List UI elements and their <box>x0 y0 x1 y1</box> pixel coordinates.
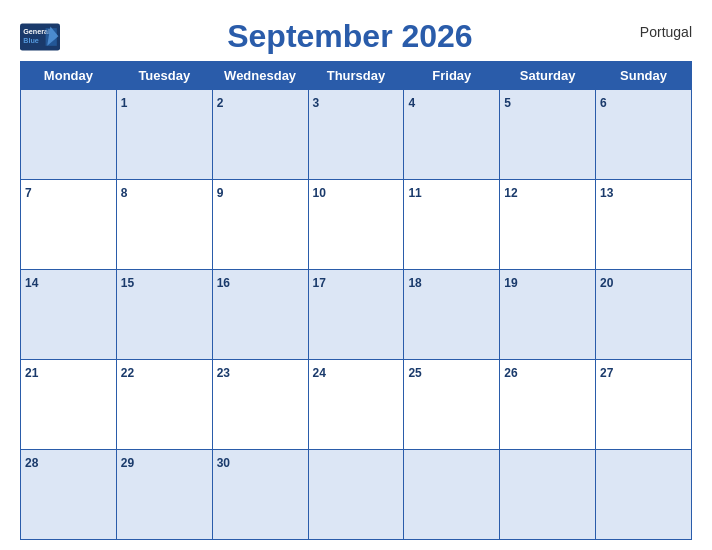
calendar-week-row: 21222324252627 <box>21 360 692 450</box>
calendar-cell <box>308 450 404 540</box>
day-number: 25 <box>408 366 421 380</box>
weekday-header-row: MondayTuesdayWednesdayThursdayFridaySatu… <box>21 62 692 90</box>
month-title: September 2026 <box>60 18 640 55</box>
calendar-cell: 2 <box>212 90 308 180</box>
day-number: 28 <box>25 456 38 470</box>
calendar-cell: 1 <box>116 90 212 180</box>
day-number: 15 <box>121 276 134 290</box>
calendar-cell: 6 <box>596 90 692 180</box>
day-number: 5 <box>504 96 511 110</box>
calendar-cell: 18 <box>404 270 500 360</box>
generalblue-logo: General Blue <box>20 23 60 51</box>
calendar-cell: 11 <box>404 180 500 270</box>
calendar-cell <box>21 90 117 180</box>
weekday-header-sunday: Sunday <box>596 62 692 90</box>
day-number: 6 <box>600 96 607 110</box>
day-number: 23 <box>217 366 230 380</box>
calendar-cell: 9 <box>212 180 308 270</box>
calendar-cell: 10 <box>308 180 404 270</box>
calendar-cell: 26 <box>500 360 596 450</box>
day-number: 16 <box>217 276 230 290</box>
day-number: 7 <box>25 186 32 200</box>
calendar-body: 1234567891011121314151617181920212223242… <box>21 90 692 540</box>
calendar-cell: 20 <box>596 270 692 360</box>
day-number: 14 <box>25 276 38 290</box>
logo-area: General Blue <box>20 23 60 51</box>
calendar-cell: 13 <box>596 180 692 270</box>
day-number: 9 <box>217 186 224 200</box>
calendar-cell: 30 <box>212 450 308 540</box>
day-number: 17 <box>313 276 326 290</box>
day-number: 24 <box>313 366 326 380</box>
day-number: 4 <box>408 96 415 110</box>
day-number: 3 <box>313 96 320 110</box>
day-number: 1 <box>121 96 128 110</box>
calendar-week-row: 123456 <box>21 90 692 180</box>
weekday-header-wednesday: Wednesday <box>212 62 308 90</box>
calendar-cell <box>404 450 500 540</box>
day-number: 21 <box>25 366 38 380</box>
calendar-table: MondayTuesdayWednesdayThursdayFridaySatu… <box>20 61 692 540</box>
day-number: 22 <box>121 366 134 380</box>
calendar-cell: 24 <box>308 360 404 450</box>
calendar-cell: 25 <box>404 360 500 450</box>
calendar-cell: 21 <box>21 360 117 450</box>
calendar-cell: 22 <box>116 360 212 450</box>
calendar-week-row: 78910111213 <box>21 180 692 270</box>
calendar-cell <box>500 450 596 540</box>
calendar-cell: 29 <box>116 450 212 540</box>
day-number: 19 <box>504 276 517 290</box>
calendar-week-row: 14151617181920 <box>21 270 692 360</box>
day-number: 8 <box>121 186 128 200</box>
calendar-cell: 7 <box>21 180 117 270</box>
calendar-cell: 28 <box>21 450 117 540</box>
calendar-cell: 15 <box>116 270 212 360</box>
country-label: Portugal <box>640 18 692 40</box>
day-number: 18 <box>408 276 421 290</box>
calendar-cell: 5 <box>500 90 596 180</box>
calendar-cell: 16 <box>212 270 308 360</box>
weekday-header-saturday: Saturday <box>500 62 596 90</box>
weekday-header-thursday: Thursday <box>308 62 404 90</box>
calendar-cell: 19 <box>500 270 596 360</box>
day-number: 10 <box>313 186 326 200</box>
calendar-cell: 14 <box>21 270 117 360</box>
calendar-cell: 17 <box>308 270 404 360</box>
day-number: 12 <box>504 186 517 200</box>
calendar-cell: 4 <box>404 90 500 180</box>
weekday-header-friday: Friday <box>404 62 500 90</box>
calendar-cell: 27 <box>596 360 692 450</box>
weekday-header-tuesday: Tuesday <box>116 62 212 90</box>
calendar-header: General Blue September 2026 Portugal <box>20 10 692 61</box>
day-number: 13 <box>600 186 613 200</box>
calendar-cell <box>596 450 692 540</box>
calendar-cell: 23 <box>212 360 308 450</box>
calendar-cell: 12 <box>500 180 596 270</box>
calendar-week-row: 282930 <box>21 450 692 540</box>
calendar-cell: 3 <box>308 90 404 180</box>
weekday-header-monday: Monday <box>21 62 117 90</box>
day-number: 27 <box>600 366 613 380</box>
calendar-cell: 8 <box>116 180 212 270</box>
day-number: 30 <box>217 456 230 470</box>
day-number: 2 <box>217 96 224 110</box>
day-number: 11 <box>408 186 421 200</box>
day-number: 20 <box>600 276 613 290</box>
day-number: 26 <box>504 366 517 380</box>
svg-text:Blue: Blue <box>23 35 39 44</box>
day-number: 29 <box>121 456 134 470</box>
